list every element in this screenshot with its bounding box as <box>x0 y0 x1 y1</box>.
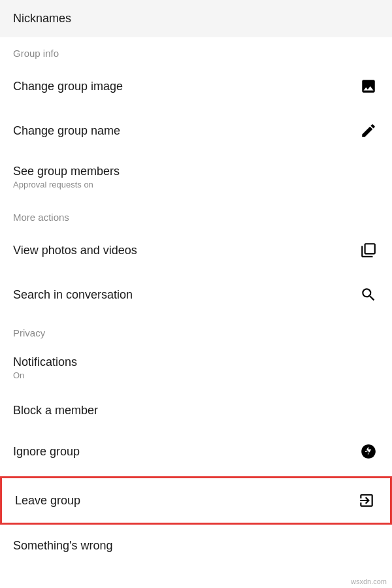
somethings-wrong-item[interactable]: Something's wrong <box>0 527 392 564</box>
change-group-name-item[interactable]: Change group name <box>0 108 392 153</box>
ignore-group-item[interactable]: Ignore group <box>0 429 392 474</box>
section-more-actions: More actions <box>0 201 392 228</box>
block-member-label: Block a member <box>13 404 98 417</box>
leave-group-item[interactable]: Leave group <box>2 478 390 523</box>
section-privacy: Privacy <box>0 317 392 344</box>
leave-group-wrapper: Leave group <box>0 476 392 525</box>
ignore-group-label: Ignore group <box>13 445 80 459</box>
change-group-image-label: Change group image <box>13 80 123 93</box>
block-member-item[interactable]: Block a member <box>0 392 392 429</box>
watermark: wsxdn.com <box>351 578 387 585</box>
notifications-label: Notifications <box>13 355 77 369</box>
ignore-icon <box>358 441 379 462</box>
notifications-item[interactable]: Notifications On <box>0 344 392 392</box>
leave-group-label: Leave group <box>15 494 80 508</box>
nicknames-item[interactable]: Nicknames <box>0 0 392 37</box>
menu-container: Nicknames Group info Change group image … <box>0 0 392 564</box>
notifications-status: On <box>13 370 77 380</box>
search-icon <box>358 284 379 305</box>
edit-icon <box>358 120 379 141</box>
see-group-members-item[interactable]: See group members Approval requests on <box>0 153 392 201</box>
view-photos-videos-label: View photos and videos <box>13 244 137 257</box>
search-in-conversation-label: Search in conversation <box>13 288 133 302</box>
change-group-name-label: Change group name <box>13 124 120 138</box>
image-icon <box>358 76 379 97</box>
search-in-conversation-item[interactable]: Search in conversation <box>0 272 392 317</box>
leave-icon <box>356 490 377 511</box>
see-group-members-label: See group members <box>13 165 120 178</box>
change-group-image-item[interactable]: Change group image <box>0 64 392 108</box>
section-group-info: Group info <box>0 37 392 64</box>
approval-requests-label: Approval requests on <box>13 180 120 189</box>
media-icon <box>358 240 379 261</box>
view-photos-videos-item[interactable]: View photos and videos <box>0 228 392 272</box>
